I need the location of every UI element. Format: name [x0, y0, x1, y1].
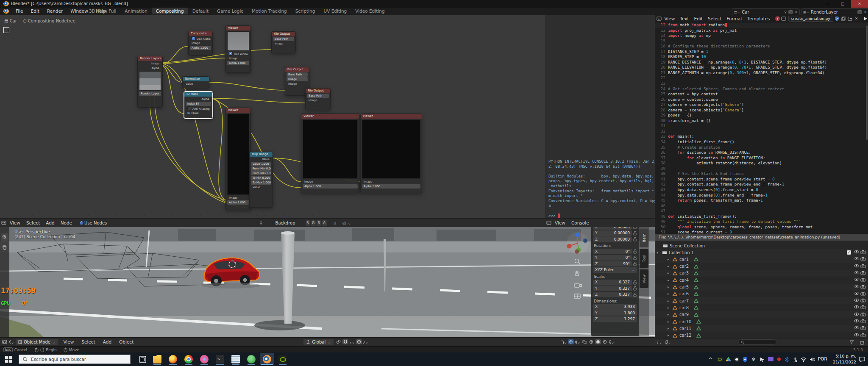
toggle-eye-icon[interactable] [854, 333, 860, 338]
menu-view[interactable]: View [662, 16, 677, 22]
outliner-item-car3[interactable]: ▸car3 [655, 270, 868, 277]
outliner-search-input[interactable] [738, 339, 776, 345]
node-normalize-4[interactable]: NormalizeValue [182, 76, 209, 88]
node-input-socket[interactable]: Value [251, 185, 271, 189]
menu-object[interactable]: Object [115, 338, 137, 345]
node-input-socket[interactable]: Image [273, 42, 294, 46]
xray-toggle-icon[interactable] [581, 339, 587, 344]
code-line[interactable]: 24# Get selected Sphere, Camera and blen… [655, 86, 868, 92]
ortho-grid-icon[interactable] [574, 294, 580, 298]
filename-field[interactable]: create_animation.py [788, 16, 833, 22]
snap-link-icon[interactable] [336, 339, 342, 344]
taskbar-app-notepad[interactable] [228, 353, 243, 365]
remove-layer-icon[interactable]: ✕ [864, 10, 867, 14]
transform-value-field[interactable]: Z0.327 [593, 292, 632, 297]
tab-video-editing[interactable]: Video Editing [351, 8, 389, 14]
view-layer-selector[interactable]: ▣⌄ RenderLayer ❐ ✕ [801, 8, 868, 15]
tray-shield-icon[interactable] [742, 356, 748, 363]
language-indicator[interactable]: POR [818, 356, 827, 361]
node-field[interactable]: From Min 0.000 [251, 166, 271, 171]
code-line[interactable]: 28camera = scene.objects['Camera'] [655, 108, 868, 113]
code-line[interactable]: 32 [655, 129, 868, 134]
node-viewer-11[interactable]: ViewerImageAlpha 1.000 [360, 114, 422, 193]
code-line[interactable]: 25context = bpy.context [655, 92, 868, 97]
pin-icon[interactable]: ⚲ [784, 10, 787, 14]
lock-icon[interactable] [633, 249, 637, 254]
node-file-output-3[interactable]: File OutputBase PathImage [271, 31, 296, 53]
toggle-eye-icon[interactable] [854, 277, 860, 283]
pan-hand-icon[interactable] [2, 244, 8, 250]
node-input-socket[interactable]: Image [227, 196, 249, 200]
use-nodes-checkbox[interactable] [79, 221, 83, 225]
outliner-item-car11[interactable]: ▸car11 [655, 325, 868, 332]
node-field[interactable]: Base Path [307, 94, 329, 98]
transform-value-field[interactable]: Z1.297 [593, 316, 637, 322]
filter-id-type-icon[interactable]: ⌄ [665, 340, 671, 345]
transform-value-field[interactable]: Y0° [593, 255, 632, 261]
shading-wireframe-icon[interactable] [588, 339, 594, 344]
code-line[interactable]: 13import proj_matrix as prj_mat [655, 28, 868, 33]
console-editor-icon[interactable] [546, 220, 552, 225]
menu-select[interactable]: Select [78, 338, 99, 345]
node-file-output-7[interactable]: File OutputBase PathImage [305, 88, 331, 110]
text-editor-icon[interactable] [656, 16, 662, 21]
text-datablock-icon[interactable] [781, 16, 786, 21]
tab-scripting[interactable]: Scripting [291, 8, 320, 14]
camera-view-icon[interactable] [574, 284, 581, 287]
node-field[interactable]: Index 64 [186, 102, 211, 106]
code-line[interactable]: 31 [655, 123, 868, 129]
node-render-layers-0[interactable]: Render LayersImageAlphaRender Layer [137, 56, 163, 108]
code-line[interactable]: 51 scene.frame_current = 0 [655, 230, 868, 233]
node-input-socket[interactable]: Image [287, 82, 308, 86]
node-output-socket[interactable]: Alpha [186, 97, 211, 101]
node-field[interactable]: Value 1.000 [251, 162, 271, 166]
python-console[interactable]: PYTHON INTERACTIVE CONSOLE 3.10.2 (main,… [545, 15, 655, 227]
code-line[interactable]: 47 [655, 208, 868, 214]
snap-with-dropdown[interactable]: ⌄ [349, 339, 355, 344]
code-line[interactable]: 43 bpy.data.scenes[0].frame_start = 0 [655, 187, 868, 193]
code-line[interactable]: 22 [655, 75, 868, 81]
view-layer-name[interactable]: RenderLayer [811, 10, 837, 14]
node-field[interactable]: To Min 0.000 [251, 176, 271, 180]
lock-icon[interactable] [633, 231, 637, 236]
outliner[interactable]: Scene Collection▾Collection 1✓▸car1▸car2… [655, 241, 868, 346]
toggle-cam-icon[interactable] [860, 264, 867, 269]
viewport-editor-icon[interactable] [2, 339, 8, 344]
node-viewer-2[interactable]: ViewerUse AlphaImageAlpha 1.000 [225, 25, 251, 73]
code-line[interactable]: 45 return poses, transform_mat, frame-1 [655, 198, 868, 203]
taskbar-app-nvidia[interactable] [275, 353, 290, 365]
minimize-button[interactable]: — [820, 0, 835, 8]
tab-motion-tracking[interactable]: Motion Tracking [248, 8, 291, 14]
view-layer-browse-icon[interactable]: ▣⌄ [803, 10, 809, 14]
text-editor[interactable]: ViewTextEditSelectFormatTemplates ? crea… [655, 15, 868, 241]
channel-a-button[interactable]: A [322, 220, 327, 226]
tray-cursor-icon[interactable] [759, 356, 765, 363]
menu-add[interactable]: Add [43, 219, 57, 226]
toggle-cam-icon[interactable] [860, 285, 867, 290]
toggle-eye-icon[interactable] [854, 285, 860, 290]
overlays-toggle-icon[interactable]: ⌄ [575, 339, 581, 344]
code-line[interactable]: 27sphere = scene.objects['Sphere'] [655, 102, 868, 108]
transform-value-field[interactable]: Y1.800 [593, 310, 637, 316]
scene-name[interactable]: Car [742, 10, 749, 14]
outliner-item-car9[interactable]: ▸car9 [655, 311, 868, 318]
menu-edit[interactable]: Edit [27, 8, 43, 14]
toggle-eye-icon[interactable] [854, 305, 860, 310]
use-nodes-toggle[interactable]: Use Nodes [79, 221, 107, 225]
node-viewer-10[interactable]: ViewerImageAlpha 1.000 [301, 114, 359, 193]
menu-select[interactable]: Select [23, 219, 43, 226]
code-line[interactable]: 15 [655, 39, 868, 44]
code-line[interactable]: 16# Configure these discretization param… [655, 44, 868, 49]
menu-node[interactable]: Node [58, 219, 75, 226]
transform-value-field[interactable]: X0.00000 [593, 227, 632, 230]
node-field[interactable]: From Max 1.000 [251, 171, 271, 175]
console-prompt[interactable]: >>> [548, 214, 655, 219]
node-output-socket[interactable]: Image [139, 61, 161, 66]
toggle-cam-icon[interactable] [860, 298, 867, 303]
tab-default[interactable]: Default [188, 8, 213, 14]
display-mode-dropdown[interactable]: ⌄ [656, 340, 662, 345]
gizmos-toggle-icon[interactable] [568, 339, 574, 344]
code-line[interactable]: 26scene = context.scene [655, 97, 868, 103]
node-id-mask-5[interactable]: ID MaskAlphaIndex 64Anti-AliasingID valu… [184, 92, 213, 119]
tab-game-logic[interactable]: Game Logic [213, 8, 248, 14]
